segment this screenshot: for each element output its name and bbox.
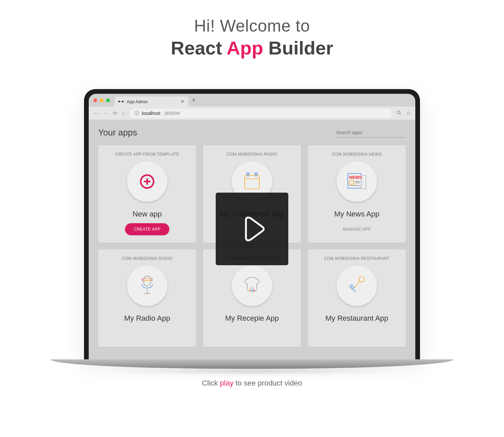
svg-text:NEWS: NEWS xyxy=(349,175,362,180)
create-app-button[interactable]: CREATE APP xyxy=(125,223,169,235)
app-card-restaurant[interactable]: COM.MOBIDONIA.RESTAURANT My Restaurant A… xyxy=(308,249,406,347)
svg-rect-18 xyxy=(144,276,151,286)
svg-point-29 xyxy=(359,277,364,282)
fork-search-icon xyxy=(337,266,377,306)
app-card-radio[interactable]: COM.MOBIDONIA.RADIO xyxy=(98,249,196,347)
window-controls xyxy=(89,98,115,102)
close-dot-icon[interactable] xyxy=(93,98,97,102)
app-card-news[interactable]: COM.MOBIDONIA.NEWS NEWS xyxy=(308,145,406,243)
card-subtitle: COM.MOBIDONIA.NEWS xyxy=(332,152,382,157)
card-subtitle: CREATE APP FROM TEMPLATE xyxy=(115,152,179,157)
card-subtitle: COM.MOBIDONIA.RESTAURANT xyxy=(324,256,390,261)
card-subtitle: COM.MOBIDONIA.RADIO xyxy=(122,256,173,261)
minimize-dot-icon[interactable] xyxy=(100,98,103,102)
page-title: Your apps xyxy=(98,127,335,138)
card-title: My News App xyxy=(334,210,380,218)
footnote: Click play to see product video xyxy=(0,379,504,388)
footnote-text: to see product video xyxy=(234,379,302,387)
chef-hat-icon xyxy=(232,266,272,306)
browser-addressbar: ← → ⟳ ⌂ ⓘ localhost:3000/#/ ☆ xyxy=(89,107,415,120)
footnote-text: Click xyxy=(202,379,220,387)
svg-rect-5 xyxy=(245,175,259,189)
laptop-base xyxy=(50,359,454,369)
search-apps-input[interactable] xyxy=(335,128,406,137)
card-title: My Recepie App xyxy=(225,314,279,323)
headline-accent: App xyxy=(226,37,263,58)
browser-tab[interactable]: App Admin ✕ xyxy=(115,96,188,107)
forward-icon[interactable]: → xyxy=(103,110,108,116)
card-title: New app xyxy=(133,210,162,218)
card-subtitle: COM.MOBIDONIA.RADIO xyxy=(227,152,278,157)
headline-line2: React App Builder xyxy=(0,37,504,59)
tab-title: App Admin xyxy=(127,99,177,104)
url-input[interactable]: ⓘ localhost:3000/#/ xyxy=(130,109,392,118)
card-title: My Restaurant App xyxy=(325,314,388,323)
info-icon: ⓘ xyxy=(134,110,139,116)
bowtie-icon xyxy=(119,99,123,104)
home-icon[interactable]: ⌂ xyxy=(122,110,125,116)
search-icon[interactable] xyxy=(396,110,402,116)
star-icon[interactable]: ☆ xyxy=(406,110,411,116)
browser-tabbar: App Admin ✕ + xyxy=(89,94,415,107)
url-host: localhost xyxy=(142,111,160,116)
card-title: My Radio App xyxy=(124,314,170,323)
plus-circle-icon xyxy=(127,161,167,202)
reload-icon[interactable]: ⟳ xyxy=(113,110,117,116)
microphone-icon xyxy=(127,266,167,306)
new-tab-button[interactable]: + xyxy=(188,97,199,104)
headline-text: Builder xyxy=(263,37,333,58)
svg-rect-13 xyxy=(349,181,354,184)
svg-point-0 xyxy=(397,111,400,114)
app-card-new[interactable]: CREATE APP FROM TEMPLATE New app CREATE … xyxy=(98,145,196,243)
svg-line-30 xyxy=(354,281,360,288)
back-icon[interactable]: ← xyxy=(93,110,98,116)
maximize-dot-icon[interactable] xyxy=(106,98,110,102)
svg-line-1 xyxy=(400,113,401,115)
newspaper-icon: NEWS xyxy=(337,161,377,202)
footnote-accent: play xyxy=(220,379,234,387)
play-video-button[interactable] xyxy=(216,193,288,265)
url-path: :3000/#/ xyxy=(163,111,180,116)
headline-line1: Hi! Welcome to xyxy=(0,16,504,36)
hero-headline: Hi! Welcome to React App Builder xyxy=(0,0,504,59)
headline-text: React xyxy=(171,37,226,58)
close-tab-icon[interactable]: ✕ xyxy=(180,99,184,104)
manage-app-button[interactable]: MANAGE APP xyxy=(337,223,377,235)
